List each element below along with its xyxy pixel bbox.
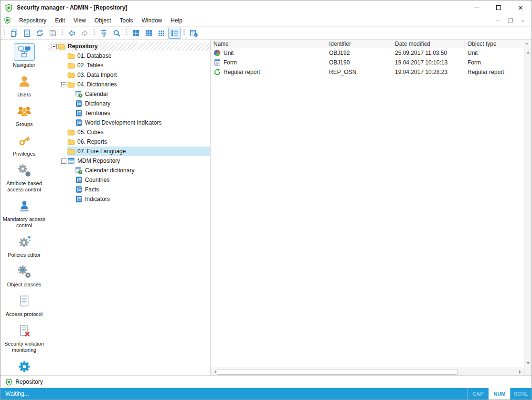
scroll-left-button[interactable] — [211, 368, 218, 375]
vertical-scrollbar[interactable] — [524, 48, 532, 368]
horizontal-scrollbar[interactable] — [211, 368, 524, 375]
forward-button[interactable] — [78, 28, 91, 39]
object-name: Unit — [223, 50, 234, 56]
list-row-unit[interactable]: Unit OBJ192 25.09.2017 11:03:50 Unit — [211, 48, 524, 58]
tree-item-mdm-repository[interactable]: MDM Repository — [48, 156, 210, 166]
menu-repository[interactable]: Repository — [15, 15, 51, 26]
object-identifier: OBJ192 — [326, 50, 392, 56]
up-to-top-button[interactable] — [97, 28, 110, 39]
table-icon — [75, 195, 83, 203]
toolbar-gripper[interactable] — [4, 29, 5, 37]
minimize-button[interactable] — [466, 0, 488, 15]
scroll-thumb[interactable] — [218, 369, 458, 375]
menu-window[interactable]: Window — [138, 15, 167, 26]
sidebar-item-groups[interactable]: Groups — [1, 103, 48, 127]
details-view-button[interactable] — [187, 28, 200, 39]
tab-repository[interactable]: Repository — [0, 376, 48, 388]
sidebar-item-mandatory-access-control[interactable]: Mandatory access control — [1, 198, 48, 229]
refresh-button[interactable] — [33, 28, 46, 39]
tree-item-data-import[interactable]: 03. Data Import — [48, 70, 210, 80]
menu-object[interactable]: Object — [90, 15, 116, 26]
tree-item-label: Calendar dictionary — [85, 166, 134, 175]
sidebar-item-policies-editor[interactable]: Policies editor — [1, 233, 48, 258]
column-header-name[interactable]: Name — [211, 40, 326, 48]
column-chooser-icon[interactable] — [525, 43, 529, 47]
menu-view[interactable]: View — [69, 15, 90, 26]
scroll-up-icon[interactable] — [526, 50, 530, 53]
tree-item-calendar-dictionary[interactable]: Calendar dictionary — [48, 166, 210, 175]
scroll-down-icon[interactable] — [526, 362, 530, 366]
small-icons-view-button[interactable] — [155, 28, 168, 39]
large-icons-view-button[interactable] — [129, 28, 142, 39]
tree-item-dictionary[interactable]: Dictionary — [48, 99, 210, 108]
tree-item-territories[interactable]: Territories — [48, 108, 210, 118]
sidebar-item-access-protocol[interactable]: Access protocol — [1, 293, 48, 317]
new-page-button[interactable] — [21, 28, 33, 39]
mdi-restore-icon[interactable] — [508, 18, 513, 23]
regular-report-icon — [213, 68, 221, 76]
tree-item-tables[interactable]: 02. Tables — [48, 61, 210, 70]
toolbar-gripper[interactable] — [183, 29, 185, 37]
toolbar-gripper[interactable] — [126, 29, 127, 37]
table-icon — [75, 176, 83, 184]
sidebar-item-object-classes[interactable]: Object classes — [1, 263, 48, 288]
mdi-close-icon[interactable]: × — [521, 17, 525, 24]
collapse-icon[interactable] — [52, 44, 57, 49]
tree-item-label: World Development Indicators — [85, 118, 162, 127]
sidebar-item-label: Attribute-based access control — [1, 180, 48, 193]
list-body: Unit OBJ192 25.09.2017 11:03:50 Unit For… — [211, 48, 532, 368]
sidebar-item-attribute-based-access-control[interactable]: Attribute-based access control — [1, 162, 48, 193]
tree-item-fore-language[interactable]: 07. Fore Language — [48, 147, 210, 156]
sidebar-item-label: Security violation monitoring — [1, 341, 48, 353]
sidebar-item-navigator[interactable]: Navigator — [1, 43, 48, 68]
column-header-date-modified[interactable]: Date modified — [392, 40, 465, 48]
menu-edit[interactable]: Edit — [51, 15, 69, 26]
new-page-icon — [23, 29, 31, 37]
sidebar-item-privileges[interactable]: Privileges — [1, 132, 48, 157]
close-button[interactable]: × — [510, 0, 532, 15]
list-view-button[interactable] — [168, 28, 181, 39]
tree-item-database[interactable]: 01. Database — [48, 51, 210, 61]
collapse-icon[interactable] — [61, 158, 66, 164]
sidebar-item-users[interactable]: Users — [1, 73, 48, 98]
collapse-icon[interactable] — [61, 82, 66, 87]
forward-icon — [81, 29, 89, 37]
list-header: Name Identifier Date modified Object typ… — [211, 40, 532, 48]
menu-help[interactable]: Help — [166, 15, 187, 26]
copy-button[interactable] — [8, 28, 21, 39]
tree-item-calendar[interactable]: Calendar — [48, 89, 210, 99]
object-identifier: OBJ190 — [326, 59, 392, 66]
tree-item-countries[interactable]: Countries — [48, 175, 210, 185]
list-row-regular-report[interactable]: Regular report REP_OSN 19.04.2017 10:28:… — [211, 67, 524, 77]
medium-icons-view-button[interactable] — [142, 28, 155, 39]
sidebar-item-security-violation-monitoring[interactable]: Security violation monitoring — [1, 322, 48, 353]
tree-item-label: 03. Data Import — [77, 70, 117, 80]
tree-item-repository[interactable]: Repository — [48, 42, 210, 51]
tree-item-indicators[interactable]: Indicators — [48, 194, 210, 204]
person-stamp-icon — [14, 198, 34, 215]
tree-item-reports[interactable]: 06. Reports — [48, 137, 210, 147]
window-title: Security manager - ADMIN - [Repository] — [17, 4, 128, 11]
menu-tools[interactable]: Tools — [116, 15, 138, 26]
save-button[interactable] — [46, 28, 59, 39]
document-shield-icon[interactable] — [4, 17, 11, 24]
maximize-button[interactable] — [488, 0, 510, 15]
scroll-right-button[interactable] — [517, 368, 524, 375]
column-header-object-type[interactable]: Object type — [465, 40, 532, 48]
toolbar-gripper[interactable] — [62, 29, 63, 37]
mdi-minimize-icon[interactable] — [496, 21, 500, 21]
tree-item-facts[interactable]: Facts — [48, 185, 210, 194]
column-header-identifier[interactable]: Identifier — [326, 40, 392, 48]
scroll-track[interactable] — [218, 368, 517, 375]
search-button[interactable] — [110, 28, 123, 39]
toolbar-gripper[interactable] — [94, 29, 95, 37]
list-row-form[interactable]: Form OBJ190 19.04.2017 10:10:13 Form — [211, 58, 524, 67]
caps-lock-indicator: CAP — [467, 388, 489, 400]
tree-item-world-development-indicators[interactable]: World Development Indicators — [48, 118, 210, 127]
sidebar-item-service[interactable]: Service — [1, 358, 48, 375]
back-button[interactable] — [65, 28, 78, 39]
tree-item-cubes[interactable]: 05. Cubes — [48, 127, 210, 137]
table-icon — [75, 100, 83, 107]
tree-item-dictionaries[interactable]: 04. Dictionaries — [48, 80, 210, 89]
user-icon — [14, 73, 34, 90]
